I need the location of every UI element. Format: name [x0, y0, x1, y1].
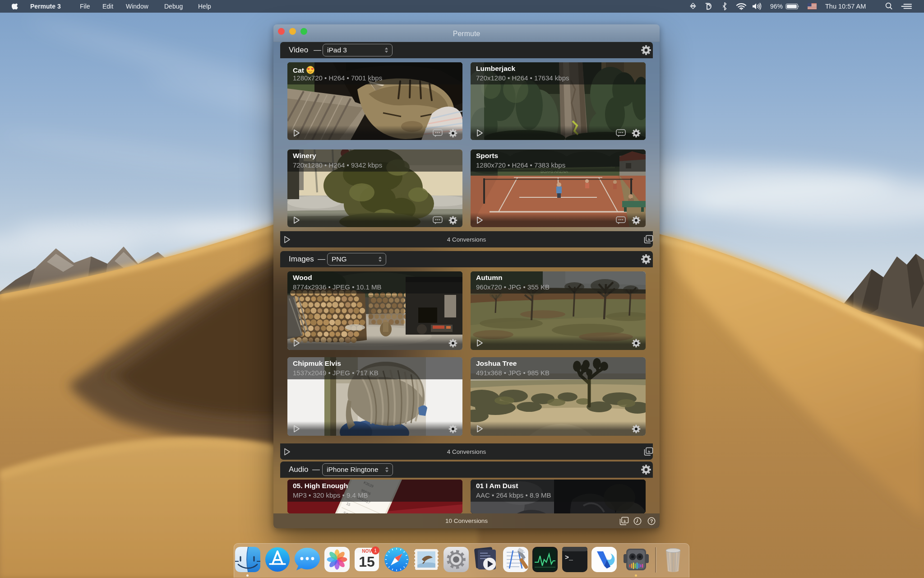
svg-text:1: 1	[374, 548, 377, 553]
svg-text:NOV: NOV	[362, 549, 372, 554]
svg-text:15: 15	[359, 554, 375, 570]
svg-text:?: ?	[650, 518, 653, 524]
svg-text:>_: >_	[565, 554, 573, 562]
